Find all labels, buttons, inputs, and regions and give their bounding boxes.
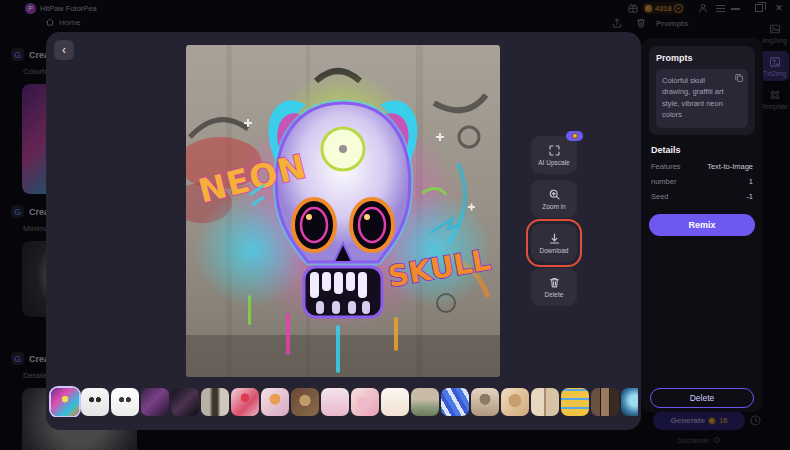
coin-cost-badge (566, 131, 583, 141)
action-icon (548, 232, 561, 245)
detail-label: number (651, 177, 676, 186)
detail-row: Seed -1 (649, 189, 755, 204)
thumbnail[interactable] (81, 388, 109, 416)
prompts-card: Prompts Colorful skull drawing, graffiti… (649, 46, 755, 135)
thumbnail[interactable] (171, 388, 199, 416)
detail-row: Features Text-to-Image (649, 159, 755, 174)
thumbnail[interactable] (381, 388, 409, 416)
thumbnail[interactable] (291, 388, 319, 416)
thumbnail[interactable] (531, 388, 559, 416)
thumbnail[interactable] (591, 388, 619, 416)
action-icon (548, 276, 561, 289)
action-icon (548, 188, 561, 201)
prompt-box: Colorful skull drawing, graffiti art sty… (656, 69, 748, 128)
coin-icon (572, 133, 578, 139)
prompts-title: Prompts (656, 53, 748, 63)
thumbnail[interactable] (231, 388, 259, 416)
action-icon (548, 144, 561, 157)
details-panel: Prompts Colorful skull drawing, graffiti… (641, 38, 763, 412)
thumbnail[interactable] (261, 388, 289, 416)
neon-skull-artwork: NEON SKULL (186, 45, 500, 377)
detail-row: number 1 (649, 174, 755, 189)
detail-value: Text-to-Image (707, 162, 753, 171)
details-title: Details (651, 145, 755, 155)
detail-value: -1 (746, 192, 753, 201)
thumbnail[interactable] (321, 388, 349, 416)
thumbnail[interactable] (501, 388, 529, 416)
action-label: Zoom in (542, 203, 565, 210)
remix-button[interactable]: Remix (649, 214, 755, 236)
prompt-text: Colorful skull drawing, graffiti art sty… (662, 75, 732, 120)
action-label: Download (540, 247, 569, 254)
action-label: Delete (545, 291, 564, 298)
copy-icon[interactable] (734, 73, 744, 83)
thumbnail[interactable] (111, 388, 139, 416)
delete-button[interactable]: Delete (650, 388, 754, 408)
thumbnail[interactable] (441, 388, 469, 416)
thumbnail[interactable] (201, 388, 229, 416)
thumbnail[interactable] (561, 388, 589, 416)
detail-value: 1 (749, 177, 753, 186)
details-list: Features Text-to-Image number 1 Seed -1 (649, 159, 755, 204)
detail-label: Features (651, 162, 681, 171)
generated-image: NEON SKULL (186, 45, 500, 377)
action-button-download[interactable]: Download (531, 224, 577, 262)
thumbnail[interactable] (471, 388, 499, 416)
action-button-upscale[interactable]: AI Upscale (531, 136, 577, 174)
thumbnail[interactable] (141, 388, 169, 416)
app-window: P HitPaw FotorPea 4318 + ✕ Home Prompts … (0, 0, 790, 450)
action-button-trash[interactable]: Delete (531, 268, 577, 306)
back-button[interactable]: ‹ (54, 40, 74, 60)
image-actions: AI Upscale Zoom in Download D (531, 136, 577, 306)
detail-label: Seed (651, 192, 669, 201)
image-viewer-modal: ‹ (46, 32, 641, 430)
action-button-zoomin[interactable]: Zoom in (531, 180, 577, 218)
thumbnail[interactable] (351, 388, 379, 416)
thumbnail[interactable] (621, 388, 638, 416)
thumbnail-strip (49, 386, 638, 417)
thumbnail[interactable] (51, 388, 79, 416)
action-label: AI Upscale (538, 159, 569, 166)
thumbnail[interactable] (411, 388, 439, 416)
